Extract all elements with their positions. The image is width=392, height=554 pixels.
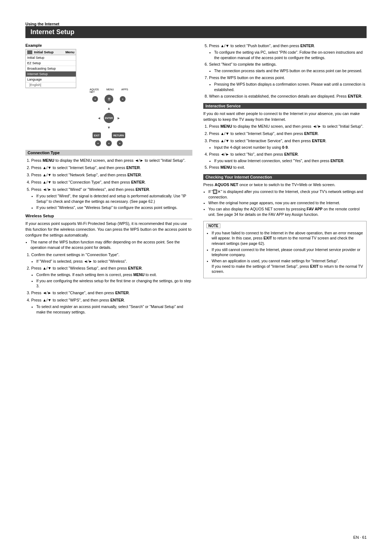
- remote-diagram: AQUOSNET MENU APPS ● ☰ ● ▲ ▼: [25, 88, 192, 146]
- right-column: Press ▲/▼ to select "Push button", and t…: [203, 43, 367, 317]
- wireless-intro: If your access point supports Wi-Fi Prot…: [25, 221, 192, 238]
- connection-type-steps: Press MENU to display the MENU screen, a…: [25, 158, 192, 210]
- list-item: Press ▲/▼ to select "Wireless Setup", an…: [31, 266, 192, 289]
- page-footer: EN · 61: [353, 535, 367, 539]
- list-item: Press ▲/▼ to select "Internet Setup", an…: [209, 131, 367, 137]
- page-header: Using the Internet: [25, 22, 367, 26]
- left-column: Example Initial Setup Menu Initial Setup…: [25, 43, 192, 317]
- list-item: Press ▲/▼ to select "Interactive Service…: [209, 138, 367, 150]
- checking-header: Checking Your Internet Connection: [203, 174, 367, 180]
- main-title-bar: Internet Setup: [25, 26, 367, 38]
- note-label: NOTE: [207, 223, 220, 228]
- list-item: Press MENU to display the MENU screen, a…: [31, 158, 192, 164]
- list-item: Press ▲/▼ to select "Connection Type", a…: [31, 180, 192, 185]
- checking-intro: Press AQUOS NET once or twice to switch …: [203, 182, 367, 188]
- list-item: Press ▲/▼ to select "Push button", and t…: [209, 43, 367, 60]
- list-item: Press ▲/▼ to select "Internet Setup", an…: [31, 165, 192, 171]
- right-steps: Press ▲/▼ to select "Push button", and t…: [203, 43, 367, 99]
- list-item: Press the WPS button on the access point…: [209, 75, 367, 92]
- section-title: Using the Internet: [25, 22, 60, 26]
- note-list: If you have failed to connect to the Int…: [207, 230, 363, 275]
- connection-type-header: Connection Type: [25, 150, 192, 156]
- list-item: Press MENU to exit.: [209, 165, 367, 171]
- wireless-steps: Confirm the current settings in "Connect…: [25, 252, 192, 315]
- interactive-steps: Press MENU to display the MENU screen, a…: [203, 124, 367, 171]
- interactive-intro: If you do not want other people to conne…: [203, 111, 367, 123]
- note-box: NOTE If you have failed to connect to th…: [203, 221, 367, 279]
- list-item: Confirm the current settings in "Connect…: [31, 252, 192, 264]
- list-item: Press ▲/▼ to select "WPS", and then pres…: [31, 297, 192, 315]
- list-item: Press MENU to display the MENU screen, a…: [209, 124, 367, 130]
- wireless-setup-header: Wireless Setup: [25, 214, 192, 219]
- example-box: Example Initial Setup Menu Initial Setup…: [25, 43, 192, 146]
- checking-bullets: If "🔲✕" is displayed after you connect t…: [203, 189, 367, 217]
- list-item: Select "Next" to complete the settings. …: [209, 62, 367, 74]
- list-item: Press ◄/► to select "Wired" or "Wireless…: [31, 187, 192, 210]
- list-item: Press ◄/► to select "Change", and then p…: [31, 290, 192, 296]
- menu-diagram: Initial Setup Menu Initial Setup EZ Setu…: [25, 49, 76, 88]
- interactive-service-header: Interactive Service: [203, 103, 367, 109]
- list-item: Press ▲/▼ to select "Network Setup", and…: [31, 172, 192, 178]
- list-item: When a connection is established, the co…: [209, 94, 367, 99]
- list-item: Press ◄/► to select "No", and then press…: [209, 152, 367, 164]
